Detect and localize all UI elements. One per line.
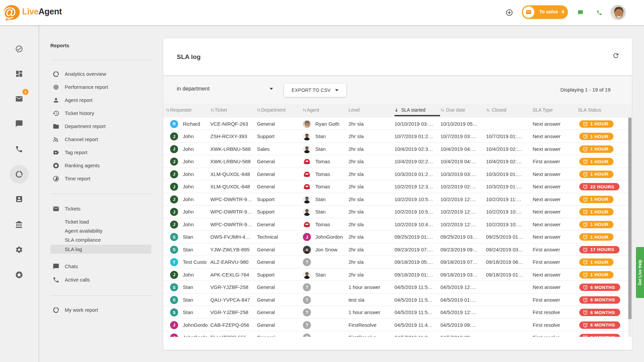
svg-text:@: @ [3, 5, 16, 19]
